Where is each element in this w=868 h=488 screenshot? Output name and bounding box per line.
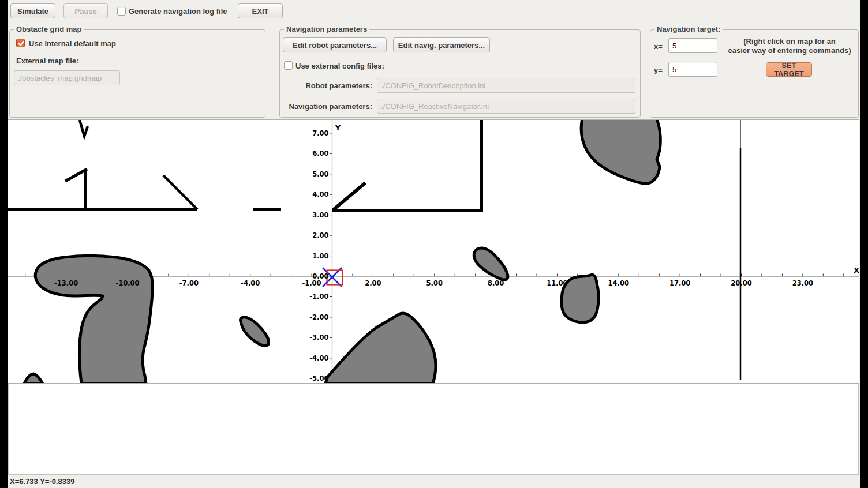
use-external-config-label: Use external config files: bbox=[295, 62, 384, 70]
use-internal-map-label: Use internal default map bbox=[29, 39, 116, 48]
wall-line bbox=[80, 120, 88, 136]
use-internal-map-checkbox[interactable] bbox=[16, 39, 25, 47]
y-tick-label: 4.00 bbox=[312, 190, 328, 198]
set-target-button[interactable]: SET TARGET bbox=[766, 62, 812, 77]
external-map-file-input[interactable] bbox=[14, 70, 120, 85]
navigation-parameters-title: Navigation parameters bbox=[284, 25, 369, 33]
cursor-position-readout: X=6.733 Y=-0.8339 bbox=[10, 477, 75, 486]
target-x-input[interactable] bbox=[668, 38, 717, 53]
target-y-input[interactable] bbox=[668, 62, 717, 77]
x-tick-label: 2.00 bbox=[365, 279, 381, 287]
target-y-label: y= bbox=[654, 66, 663, 74]
right-click-hint-line2: easier way of entering commands) bbox=[728, 46, 851, 55]
y-tick-label: -5.00 bbox=[309, 374, 328, 382]
screen-edge-right bbox=[860, 0, 868, 488]
y-tick-label: 1.00 bbox=[312, 252, 328, 260]
robot-parameters-label: Robot parameters: bbox=[283, 81, 372, 90]
map-svg[interactable]: -13.00-10.00-7.00-4.00-1.002.005.008.001… bbox=[8, 120, 859, 383]
y-axis-letter: Y bbox=[335, 123, 341, 132]
obstacle-blob bbox=[581, 120, 660, 183]
generate-log-checkbox[interactable] bbox=[117, 7, 126, 16]
y-tick-label: 7.00 bbox=[312, 129, 328, 137]
app-window: { "toolbar": { "simulate_label": "Simula… bbox=[0, 0, 868, 488]
x-tick-label: 5.00 bbox=[426, 279, 443, 287]
x-tick-label: -7.00 bbox=[179, 279, 199, 287]
nav-parameters-input[interactable] bbox=[377, 99, 635, 114]
right-click-hint-line1: (Right click on map for an bbox=[743, 37, 836, 46]
x-tick-label: 8.00 bbox=[488, 279, 504, 287]
edit-navig-parameters-button[interactable]: Edit navig. parameters... bbox=[393, 37, 490, 52]
obstacle-blob bbox=[24, 374, 43, 383]
edit-robot-parameters-button[interactable]: Edit robot parameters... bbox=[283, 37, 387, 52]
obstacle-blob bbox=[326, 313, 436, 383]
x-tick-label: 17.00 bbox=[669, 279, 690, 287]
target-x-label: x= bbox=[654, 42, 663, 51]
x-tick-label: 23.00 bbox=[792, 279, 813, 287]
obstacle-blob bbox=[241, 317, 269, 346]
y-tick-label: 0.00 bbox=[312, 272, 328, 280]
robot-box-marker bbox=[327, 271, 343, 285]
wall-line bbox=[333, 183, 365, 210]
y-tick-label: 2.00 bbox=[312, 231, 328, 239]
status-bar: X=6.733 Y=-0.8339 bbox=[8, 475, 860, 488]
obstacle-blob bbox=[35, 256, 152, 383]
wall-line bbox=[65, 169, 87, 181]
x-axis-letter: X bbox=[854, 266, 859, 275]
x-tick-label: 11.00 bbox=[547, 279, 567, 287]
y-tick-label: 5.00 bbox=[312, 170, 328, 178]
y-tick-label: -4.00 bbox=[309, 354, 328, 362]
external-map-file-label: External map file: bbox=[16, 57, 78, 65]
y-tick-label: -1.00 bbox=[309, 292, 328, 301]
nav-parameters-label: Navigation parameters: bbox=[282, 102, 372, 111]
pause-button[interactable]: Pause bbox=[63, 3, 108, 18]
lower-empty-pane bbox=[8, 384, 859, 475]
check-icon bbox=[17, 40, 25, 47]
x-tick-label: -1.00 bbox=[302, 279, 321, 287]
robot-parameters-input[interactable] bbox=[377, 78, 635, 93]
map-plot-pane[interactable]: -13.00-10.00-7.00-4.00-1.002.005.008.001… bbox=[8, 119, 859, 384]
x-tick-label: -10.00 bbox=[115, 279, 139, 287]
wall-line bbox=[163, 175, 197, 209]
navigation-target-title: Navigation target: bbox=[654, 25, 723, 33]
screen-edge-left bbox=[0, 0, 8, 488]
use-external-config-checkbox[interactable] bbox=[284, 61, 293, 70]
y-tick-label: -2.00 bbox=[309, 313, 328, 321]
y-tick-label: 6.00 bbox=[312, 149, 328, 157]
exit-button[interactable]: EXIT bbox=[238, 3, 283, 18]
obstacle-grid-map-title: Obstacle grid map bbox=[14, 25, 84, 33]
simulate-button[interactable]: Simulate bbox=[10, 3, 55, 18]
x-tick-label: 14.00 bbox=[608, 279, 629, 287]
obstacle-blob bbox=[474, 248, 508, 280]
x-tick-label: -13.00 bbox=[54, 279, 78, 287]
y-tick-label: -3.00 bbox=[309, 333, 328, 341]
x-tick-label: -4.00 bbox=[241, 279, 260, 287]
y-tick-label: 3.00 bbox=[312, 211, 328, 219]
generate-log-label: Generate navigation log file bbox=[129, 7, 227, 16]
right-click-hint: (Right click on map for an easier way of… bbox=[723, 37, 856, 55]
x-tick-label: 20.00 bbox=[731, 279, 751, 287]
